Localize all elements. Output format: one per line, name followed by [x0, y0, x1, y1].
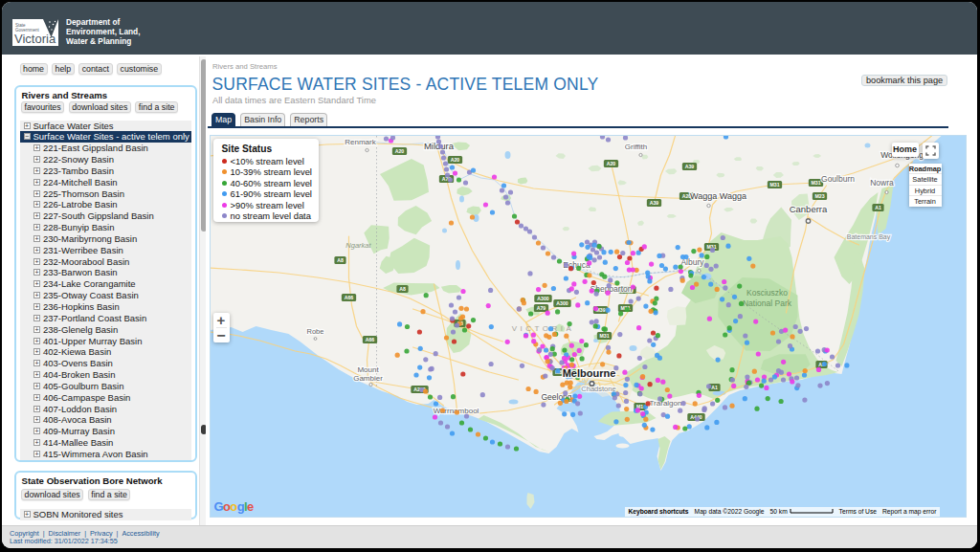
svg-text:Robe: Robe — [306, 327, 323, 336]
svg-text:National Park: National Park — [742, 298, 791, 308]
svg-text:A20: A20 — [606, 161, 615, 166]
svg-text:M23: M23 — [814, 193, 824, 199]
svg-text:A20: A20 — [394, 148, 404, 154]
svg-text:Goulburn: Goulburn — [821, 174, 855, 184]
svg-text:A8: A8 — [337, 257, 344, 263]
svg-text:Ngarkat: Ngarkat — [345, 241, 371, 250]
svg-text:A1: A1 — [875, 205, 881, 210]
svg-text:A66: A66 — [365, 337, 374, 342]
svg-text:Canberra: Canberra — [789, 204, 827, 214]
svg-text:Kosciuszko: Kosciuszko — [746, 288, 788, 298]
svg-text:Griffith: Griffith — [624, 143, 646, 151]
svg-text:A39: A39 — [684, 164, 694, 169]
svg-text:Nowra: Nowra — [870, 178, 894, 188]
svg-text:Gambier: Gambier — [353, 374, 383, 383]
svg-text:Chadstone: Chadstone — [581, 385, 615, 393]
svg-text:Wagga Wagga: Wagga Wagga — [690, 191, 746, 201]
svg-text:Traralgon: Traralgon — [649, 399, 681, 408]
svg-text:M31: M31 — [769, 182, 779, 188]
svg-text:A300: A300 — [537, 296, 549, 301]
svg-text:A1: A1 — [711, 385, 718, 390]
svg-text:Batemans Bay: Batemans Bay — [846, 233, 890, 241]
svg-text:A66: A66 — [344, 295, 353, 300]
svg-text:A8: A8 — [399, 286, 406, 292]
svg-text:M31: M31 — [811, 180, 820, 186]
svg-text:VICTORIA: VICTORIA — [511, 324, 574, 333]
svg-text:Melbourne: Melbourne — [562, 367, 615, 379]
svg-text:Victoria: Victoria — [14, 32, 56, 46]
svg-text:A300: A300 — [556, 300, 568, 306]
svg-text:M31: M31 — [599, 333, 609, 339]
svg-text:Mount: Mount — [357, 365, 379, 374]
svg-text:Renmark: Renmark — [345, 138, 376, 146]
svg-text:A20: A20 — [450, 157, 459, 163]
svg-text:A79: A79 — [536, 305, 546, 311]
svg-text:A39: A39 — [649, 200, 658, 206]
